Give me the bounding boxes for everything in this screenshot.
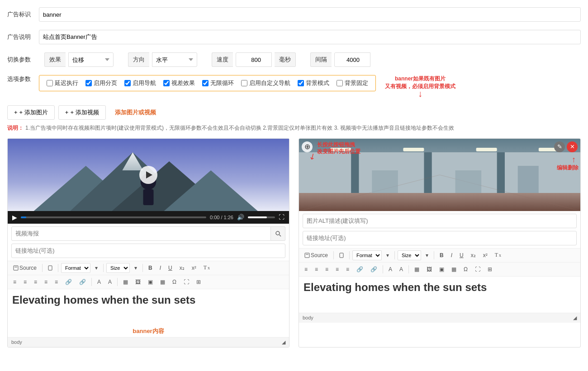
format-select[interactable]: Format <box>61 263 90 273</box>
option-delay-checkbox[interactable] <box>47 80 53 86</box>
video-link-input[interactable] <box>11 244 285 258</box>
volume-icon[interactable]: 🔊 <box>237 214 244 221</box>
img-unlink-btn[interactable]: 🔗 <box>368 264 380 274</box>
play-btn[interactable] <box>139 166 157 184</box>
img-code-btn[interactable]: ⊞ <box>485 264 495 274</box>
drag-handle[interactable]: ⊕ <box>302 141 313 152</box>
progress-bar[interactable] <box>21 216 206 218</box>
special-char-btn[interactable]: Ω <box>170 277 179 287</box>
option-delay: 延迟执行 <box>47 79 78 87</box>
img-doc-button[interactable] <box>337 250 346 260</box>
option-loop-checkbox[interactable] <box>202 80 209 86</box>
image-editor-content[interactable]: Elevating homes when the sun sets <box>299 277 580 313</box>
effect-select[interactable]: 位移 淡入淡出 <box>68 52 114 67</box>
align-center-btn[interactable]: ≡ <box>42 277 50 287</box>
img-superscript-button[interactable]: x² <box>480 250 490 260</box>
img-align-center[interactable]: ≡ <box>333 264 341 274</box>
table-btn[interactable]: ▦ <box>120 277 131 287</box>
image-btn[interactable]: 🖼 <box>133 277 143 287</box>
poster-input[interactable] <box>11 226 271 241</box>
img-subscript-button[interactable]: x₂ <box>468 250 479 260</box>
bg-color-btn[interactable]: A <box>105 277 114 287</box>
media-btn[interactable]: ▣ <box>145 277 156 287</box>
img-italic-button[interactable]: I <box>448 250 455 260</box>
img-align-right[interactable]: ≡ <box>343 264 352 274</box>
edit-button[interactable]: ✎ <box>554 141 565 152</box>
img-link-btn[interactable]: 🔗 <box>354 264 366 274</box>
option-nav-label: 启用导航 <box>133 79 156 87</box>
img-ul-button[interactable]: ≡ <box>312 264 321 274</box>
direction-select[interactable]: 水平 垂直 <box>152 52 197 67</box>
subscript-button[interactable]: x₂ <box>177 263 187 273</box>
img-bg-color[interactable]: A <box>397 264 406 274</box>
italic-button[interactable]: I <box>157 263 164 273</box>
video-content-text: Elevating homes when the sun sets <box>12 294 195 306</box>
img-sep4 <box>434 251 434 259</box>
img-table2-btn[interactable]: ▦ <box>449 264 459 274</box>
img-size-dropdown-btn[interactable]: ▾ <box>423 250 431 260</box>
poster-search-button[interactable] <box>271 226 285 241</box>
add-image-button[interactable]: + + 添加图片 <box>7 105 55 120</box>
play-control-btn[interactable]: ▶ <box>12 214 17 221</box>
img-resize-handle[interactable]: ◢ <box>573 315 577 321</box>
option-nav-checkbox[interactable] <box>124 80 131 86</box>
img-align-left[interactable]: ≡ <box>322 264 331 274</box>
source-button[interactable]: Source <box>10 263 39 273</box>
ad-id-input[interactable] <box>39 7 581 22</box>
link-button[interactable]: 🔗 <box>62 277 75 287</box>
text-color-btn[interactable]: A <box>95 277 104 287</box>
clear-format-button[interactable]: Tx <box>201 263 213 273</box>
option-pagination-checkbox[interactable] <box>85 80 92 86</box>
ad-desc-input[interactable] <box>39 30 581 44</box>
sep1 <box>42 264 43 272</box>
unlink-button[interactable]: 🔗 <box>76 277 89 287</box>
option-bg-fixed-checkbox[interactable] <box>337 80 343 86</box>
add-video-button[interactable]: + + 添加视频 <box>58 105 106 120</box>
align-left-btn[interactable]: ≡ <box>31 277 40 287</box>
img-text-color[interactable]: A <box>386 264 395 274</box>
img-image-btn[interactable]: 🖼 <box>424 264 435 274</box>
options-label: 选项参数 <box>7 75 39 83</box>
option-custom-nav-checkbox[interactable] <box>241 80 247 86</box>
img-format-select[interactable]: Format <box>352 250 382 260</box>
image-link-input[interactable] <box>303 231 577 245</box>
underline-button[interactable]: U <box>166 263 175 273</box>
option-bg-mode-checkbox[interactable] <box>298 80 304 86</box>
play-button-overlay[interactable] <box>139 166 157 184</box>
fullscreen-icon[interactable]: ⛶ <box>279 214 285 221</box>
img-clear-button[interactable]: Tx <box>492 250 504 260</box>
resize-handle[interactable]: ◢ <box>282 339 285 345</box>
doc-button[interactable] <box>45 263 55 273</box>
size-select[interactable]: Size <box>106 263 130 273</box>
img-ol-button[interactable]: ≡ <box>302 264 310 274</box>
image-footer-label: body <box>303 315 313 320</box>
bold-button[interactable]: B <box>146 263 155 273</box>
alt-input[interactable] <box>303 214 577 228</box>
code-btn[interactable]: ⊞ <box>194 277 204 287</box>
volume-bar[interactable] <box>248 216 275 218</box>
img-source-button[interactable]: Source <box>302 250 331 260</box>
superscript-button[interactable]: x² <box>189 263 199 273</box>
ul-button[interactable]: ≡ <box>21 277 29 287</box>
fullscreen-editor-btn[interactable]: ⛶ <box>181 277 192 287</box>
img-special-char[interactable]: Ω <box>461 264 470 274</box>
interval-input[interactable] <box>334 52 370 67</box>
speed-input[interactable] <box>236 52 272 67</box>
img-format-dropdown-btn[interactable]: ▾ <box>384 250 392 260</box>
img-media-btn[interactable]: ▣ <box>436 264 447 274</box>
align-right-btn[interactable]: ≡ <box>52 277 61 287</box>
option-parallax-checkbox[interactable] <box>163 80 170 86</box>
image-inputs <box>299 211 580 248</box>
delete-button[interactable]: ✕ <box>567 141 578 152</box>
img-source-label: Source <box>311 252 328 258</box>
img-underline-button[interactable]: U <box>457 250 466 260</box>
format-dropdown-btn[interactable]: ▾ <box>92 263 100 273</box>
ol-button[interactable]: ≡ <box>10 277 19 287</box>
img-bold-button[interactable]: B <box>437 250 446 260</box>
img-fullscreen-btn[interactable]: ⛶ <box>472 264 483 274</box>
table2-btn[interactable]: ▦ <box>157 277 168 287</box>
img-size-select[interactable]: Size <box>398 250 421 260</box>
video-editor-content[interactable]: Elevating homes when the sun sets <box>8 289 289 325</box>
img-table-btn[interactable]: ▦ <box>412 264 422 274</box>
size-dropdown-btn[interactable]: ▾ <box>132 263 140 273</box>
